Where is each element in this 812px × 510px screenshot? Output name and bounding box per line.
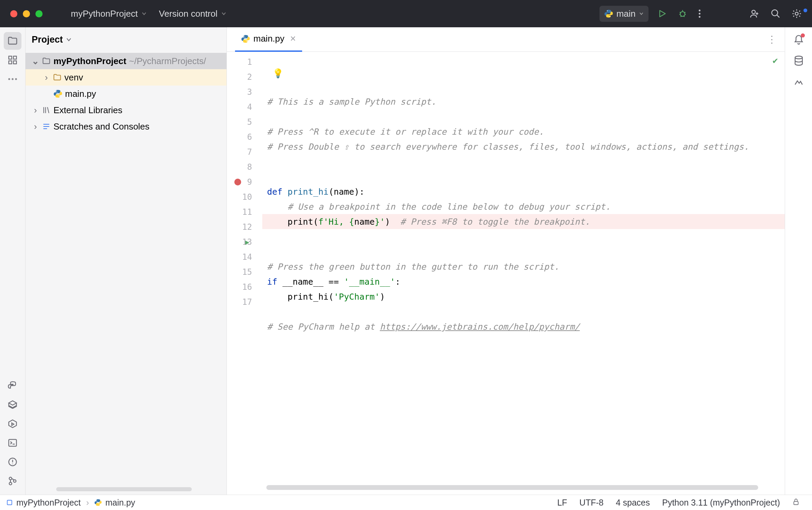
chevron-down-icon[interactable]: ⌄ bbox=[32, 56, 39, 66]
code-line[interactable]: # Use a breakpoint in the code line belo… bbox=[262, 199, 785, 214]
code-line[interactable]: # Press Double ⇧ to search everywhere fo… bbox=[262, 139, 785, 154]
code-line[interactable] bbox=[262, 154, 785, 169]
scratches-icon bbox=[42, 122, 51, 131]
code-line[interactable] bbox=[262, 229, 785, 244]
vcs-menu[interactable]: Version control bbox=[153, 9, 233, 19]
gutter-line[interactable]: 10 bbox=[227, 190, 262, 205]
code-line[interactable] bbox=[262, 169, 785, 184]
gutter-line[interactable]: 11 bbox=[227, 205, 262, 220]
indent-widget[interactable]: 4 spaces bbox=[610, 498, 656, 508]
gutter-line[interactable]: 16 bbox=[227, 280, 262, 295]
minimize-window-icon[interactable] bbox=[23, 10, 30, 17]
code-line[interactable]: # This is a sample Python script. bbox=[262, 94, 785, 109]
encoding-widget[interactable]: UTF-8 bbox=[573, 498, 610, 508]
window-controls[interactable] bbox=[10, 10, 43, 17]
code-editor[interactable]: 💡 ✔ # This is a sample Python script.# P… bbox=[262, 52, 785, 495]
gutter-line[interactable]: 1 bbox=[227, 55, 262, 70]
project-scrollbar[interactable] bbox=[56, 487, 192, 491]
tree-file-main[interactable]: main.py bbox=[26, 86, 227, 102]
structure-tool-button[interactable] bbox=[4, 51, 21, 69]
settings-button[interactable] bbox=[786, 9, 807, 19]
chevron-right-icon[interactable]: › bbox=[32, 105, 39, 116]
project-tool-button[interactable] bbox=[4, 32, 21, 50]
services-button[interactable] bbox=[4, 415, 21, 433]
gutter[interactable]: 12345678910111213▶14151617 bbox=[227, 52, 262, 495]
code-line[interactable]: # See PyCharm help at https://www.jetbra… bbox=[262, 319, 785, 334]
tab-more-button[interactable]: ⋮ bbox=[767, 34, 777, 45]
code-line[interactable]: # Press ^R to execute it or replace it w… bbox=[262, 124, 785, 139]
gutter-line[interactable]: 8 bbox=[227, 160, 262, 175]
svg-point-0 bbox=[607, 11, 607, 11]
code-line[interactable]: # Press the green button in the gutter t… bbox=[262, 259, 785, 274]
statusbar: myPythonProject › main.py LF UTF-8 4 spa… bbox=[0, 495, 812, 510]
line-separator-widget[interactable]: LF bbox=[551, 498, 573, 508]
code-line[interactable]: print(f'Hi, {name}') # Press ⌘F8 to togg… bbox=[262, 214, 785, 229]
svg-point-2 bbox=[680, 12, 685, 16]
notifications-button[interactable] bbox=[793, 34, 804, 46]
code-line[interactable] bbox=[262, 244, 785, 259]
run-button[interactable] bbox=[652, 9, 672, 18]
code-with-me-button[interactable] bbox=[744, 9, 765, 19]
chevron-right-icon: › bbox=[84, 498, 91, 508]
tree-scratches[interactable]: › Scratches and Consoles bbox=[26, 118, 227, 135]
tree-venv[interactable]: › venv bbox=[26, 69, 227, 86]
code-line[interactable] bbox=[262, 304, 785, 319]
code-line[interactable] bbox=[262, 334, 785, 349]
folder-icon bbox=[53, 73, 62, 82]
run-configuration[interactable]: main bbox=[599, 6, 649, 22]
problems-button[interactable] bbox=[4, 453, 21, 471]
settings-badge-icon bbox=[803, 9, 807, 12]
editor-scrollbar[interactable] bbox=[266, 485, 758, 490]
tree-root-name: myPythonProject bbox=[53, 56, 126, 66]
zoom-window-icon[interactable] bbox=[35, 10, 43, 17]
svg-point-15 bbox=[15, 78, 17, 80]
gutter-line[interactable]: 13▶ bbox=[227, 235, 262, 250]
gutter-line[interactable]: 14 bbox=[227, 250, 262, 265]
tab-main-py[interactable]: main.py ✕ bbox=[235, 27, 302, 52]
gutter-line[interactable]: 12 bbox=[227, 220, 262, 235]
intention-bulb-icon[interactable]: 💡 bbox=[272, 68, 283, 78]
tree-external-libraries[interactable]: › External Libraries bbox=[26, 102, 227, 118]
gutter-line[interactable]: 3 bbox=[227, 85, 262, 100]
gutter-line[interactable]: 5 bbox=[227, 115, 262, 130]
gutter-line[interactable]: 7 bbox=[227, 145, 262, 160]
gutter-line[interactable]: 4 bbox=[227, 100, 262, 115]
database-tool-button[interactable] bbox=[793, 55, 804, 68]
gutter-line[interactable]: 6 bbox=[227, 130, 262, 145]
code-line[interactable] bbox=[262, 109, 785, 124]
code-line[interactable]: if __name__ == '__main__': bbox=[262, 274, 785, 289]
crumb-file: main.py bbox=[105, 498, 135, 508]
chevron-right-icon[interactable]: › bbox=[43, 72, 50, 83]
project-panel-header[interactable]: Project bbox=[26, 27, 227, 52]
chevron-right-icon[interactable]: › bbox=[32, 121, 39, 132]
project-selector[interactable]: myPythonProject bbox=[65, 9, 153, 19]
gutter-line[interactable]: 17 bbox=[227, 295, 262, 310]
terminal-button[interactable] bbox=[4, 434, 21, 452]
code-line[interactable]: def print_hi(name): bbox=[262, 184, 785, 199]
debug-button[interactable] bbox=[672, 9, 693, 18]
gutter-line[interactable]: 15 bbox=[227, 265, 262, 280]
vcs-tool-button[interactable] bbox=[4, 472, 21, 490]
tree-root[interactable]: ⌄ myPythonProject ~/PycharmProjects/ bbox=[26, 53, 227, 69]
python-console-button[interactable] bbox=[4, 377, 21, 394]
breadcrumb[interactable]: myPythonProject › main.py bbox=[6, 498, 135, 508]
code-line[interactable]: print_hi('PyCharm') bbox=[262, 289, 785, 304]
gutter-line[interactable]: 2 bbox=[227, 70, 262, 85]
module-icon bbox=[6, 499, 13, 506]
run-gutter-icon[interactable]: ▶ bbox=[245, 238, 249, 246]
svg-point-6 bbox=[752, 10, 755, 14]
gutter-line[interactable]: 9 bbox=[227, 175, 262, 190]
readonly-lock-icon[interactable] bbox=[786, 498, 806, 508]
python-packages-button[interactable] bbox=[4, 396, 21, 414]
more-tools-button[interactable] bbox=[4, 70, 21, 88]
python-icon bbox=[94, 499, 102, 506]
svg-rect-27 bbox=[794, 501, 798, 505]
breakpoint-icon[interactable] bbox=[234, 179, 241, 185]
close-tab-icon[interactable]: ✕ bbox=[290, 34, 296, 43]
sciview-tool-button[interactable] bbox=[793, 76, 804, 89]
search-button[interactable] bbox=[765, 9, 786, 19]
svg-point-3 bbox=[699, 10, 700, 11]
interpreter-widget[interactable]: Python 3.11 (myPythonProject) bbox=[656, 498, 786, 508]
close-window-icon[interactable] bbox=[10, 10, 17, 17]
more-actions-button[interactable] bbox=[693, 9, 706, 18]
